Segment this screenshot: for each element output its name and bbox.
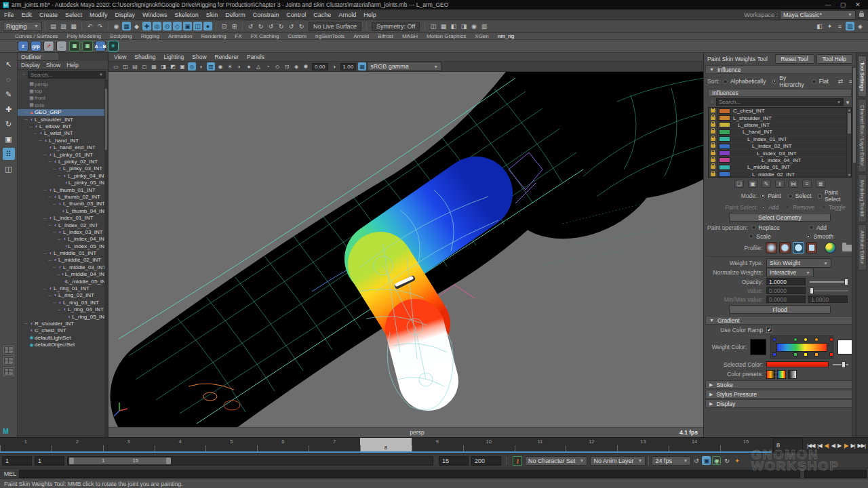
radio-option[interactable]: Toggle xyxy=(821,204,846,211)
timeline-frame[interactable]: 12 xyxy=(566,438,617,451)
toolbar-icon[interactable]: ◉ xyxy=(112,22,121,30)
toolbar-icon[interactable]: ◈ xyxy=(292,62,300,70)
shelf-tab[interactable]: Curves / Surfaces xyxy=(15,33,58,39)
animation-start-field[interactable]: 1 xyxy=(2,456,32,466)
ramp-stop-anchor[interactable] xyxy=(814,352,818,357)
select-geometry-button[interactable]: Select Geometry xyxy=(729,213,831,222)
toolbar-icon[interactable]: ▦ xyxy=(150,62,158,70)
selected-color-slider[interactable] xyxy=(833,364,848,365)
influence-search-input[interactable]: Search... ▼ xyxy=(716,98,844,106)
toolbar-icon[interactable]: ≣ xyxy=(816,180,825,188)
range-start-handle[interactable] xyxy=(69,458,74,464)
outliner-row[interactable]: ─ ‹ L_index_02_INT xyxy=(18,222,108,228)
shelf-tab[interactable]: Animation xyxy=(168,33,193,39)
normalize-weights-selector[interactable]: Interactive▼ xyxy=(766,268,814,277)
toolbar-icon[interactable]: ⊞ xyxy=(230,22,239,30)
shelf-tab[interactable]: ngSkinTools xyxy=(315,33,344,39)
ramp-stop-anchor[interactable] xyxy=(829,352,833,357)
flood-button[interactable]: Flood xyxy=(729,305,831,314)
outliner-row[interactable]: ─ ‹ R_shoulder_INT xyxy=(18,320,108,327)
expander-icon[interactable]: ─ xyxy=(24,117,28,121)
side-panel-tab[interactable]: Attribute Editor xyxy=(858,224,867,270)
use-color-ramp-checkbox[interactable]: ✔ xyxy=(766,327,772,333)
toolbox-tool[interactable]: ✎ xyxy=(3,88,15,100)
outliner-row[interactable]: ─ ‹ L_hand_INT xyxy=(18,137,108,144)
menu-item[interactable]: Control xyxy=(286,12,306,18)
toolbar-icon[interactable]: ◐ xyxy=(197,62,205,70)
radio-option[interactable]: Paint Select xyxy=(818,189,846,203)
outliner-row[interactable]: ─ ▦ side xyxy=(18,102,108,108)
maya-brush-icon[interactable] xyxy=(825,242,836,253)
menu-item[interactable]: Shading xyxy=(134,54,155,60)
toolbar-icon[interactable]: ◉ xyxy=(216,62,224,70)
expander-icon[interactable]: ─ xyxy=(24,321,28,325)
outliner-row[interactable]: ─ ‹ L_index_04_INT xyxy=(18,236,108,243)
shelf-button[interactable]: ✳ xyxy=(108,41,119,52)
expander-icon[interactable]: ─ xyxy=(43,287,47,291)
ramp-stop-handle[interactable] xyxy=(829,338,833,342)
toolbar-icon[interactable]: ↻ xyxy=(256,22,265,30)
menu-item[interactable]: Arnold xyxy=(338,12,356,18)
toolbar-icon[interactable]: ◇ xyxy=(273,62,281,70)
timeline-frame[interactable]: 2 xyxy=(52,438,103,451)
timeline-frame[interactable]: 13 xyxy=(617,438,669,451)
ramp-stop-anchor[interactable] xyxy=(793,352,797,357)
animation-end-field[interactable]: 200 xyxy=(471,456,501,466)
shelf-tab[interactable]: XGen xyxy=(475,33,488,39)
outliner-row[interactable]: ─ ‹ L_index_01_INT xyxy=(18,214,108,221)
character-set-selector[interactable]: No Character Set▼ xyxy=(525,456,587,466)
collapsed-section-header[interactable]: ▶ Display xyxy=(705,399,854,408)
outliner-row[interactable]: ─ ‹ C_chest_INT xyxy=(18,327,108,334)
shelf-tab[interactable]: nm_rig xyxy=(498,33,514,39)
ramp-stop-handle[interactable] xyxy=(772,338,776,342)
toolbar-icon[interactable]: ◨ xyxy=(459,22,468,30)
expander-icon[interactable]: ─ xyxy=(52,265,57,269)
reset-tool-button[interactable]: Reset Tool xyxy=(775,54,814,64)
close-button[interactable]: ✕ xyxy=(850,1,865,8)
layout-single-button[interactable] xyxy=(3,346,14,354)
toolbar-icon[interactable]: ▥ xyxy=(479,22,488,30)
toolbar-icon[interactable]: ≡ xyxy=(802,180,812,188)
toolbar-icon[interactable]: ✦ xyxy=(825,22,834,30)
menu-item[interactable]: Skeleton xyxy=(175,12,199,18)
toolbox-tool[interactable]: ◫ xyxy=(3,163,15,175)
outliner-row[interactable]: ─ ‹ L_ring_05_INT xyxy=(18,313,108,320)
expander-icon[interactable]: ─ xyxy=(52,202,57,206)
toolbar-icon[interactable]: ◎ xyxy=(188,62,196,70)
selected-color-swatch[interactable] xyxy=(766,361,829,367)
playback-start-field[interactable]: 1 xyxy=(35,456,64,466)
pin-icon[interactable]: ▾ xyxy=(844,98,851,106)
toolbar-icon[interactable]: ↺ xyxy=(246,22,255,30)
layout-split-button[interactable] xyxy=(3,367,14,376)
menu-item[interactable]: File xyxy=(4,12,14,18)
ramp-stop-handle[interactable] xyxy=(793,338,797,342)
outliner-row[interactable]: ─ ▲ GEO_GRP xyxy=(18,109,108,116)
menu-item[interactable]: Help xyxy=(363,12,376,18)
outliner-row[interactable]: ─ ‹ L_elbow_INT xyxy=(18,123,108,129)
lock-icon[interactable] xyxy=(709,136,717,142)
expander-icon[interactable]: ─ xyxy=(43,216,47,220)
view-transform-selector[interactable]: sRGB gamma▼ xyxy=(367,62,441,71)
menu-item[interactable]: Select xyxy=(65,12,82,18)
toolbar-icon[interactable]: ▭ xyxy=(112,62,120,70)
weight-color-black-swatch[interactable] xyxy=(750,339,766,355)
outliner-row[interactable]: ─ ‹ L_thumb_02_INT xyxy=(18,193,108,200)
lock-icon[interactable] xyxy=(709,122,717,128)
outliner-row[interactable]: ─ ‹ L_ring_04_INT xyxy=(18,306,108,313)
menu-item[interactable]: Edit xyxy=(22,12,33,18)
timeline-frame[interactable]: 10 xyxy=(463,438,515,451)
lock-icon[interactable] xyxy=(709,143,717,149)
layout-four-view-button[interactable] xyxy=(3,357,14,365)
shelf-tab[interactable]: FX xyxy=(235,33,241,39)
playback-button[interactable]: ◀| xyxy=(825,443,829,449)
menu-item[interactable]: Create xyxy=(39,12,58,18)
expander-icon[interactable]: ─ xyxy=(52,167,57,171)
timeline-frame[interactable]: 15 xyxy=(720,438,772,451)
toolbar-icon[interactable]: ↶ xyxy=(85,22,94,30)
menu-item[interactable]: Lighting xyxy=(163,54,184,60)
workspace-selector[interactable]: Maya Classic*▼ xyxy=(780,10,856,20)
toolbar-icon[interactable]: ◨ xyxy=(159,62,167,70)
outliner-row[interactable]: ─ ‹ L_index_03_INT xyxy=(18,228,108,235)
toolbar-icon[interactable]: ⊙ xyxy=(163,22,172,30)
opacity-slider[interactable] xyxy=(810,281,848,283)
